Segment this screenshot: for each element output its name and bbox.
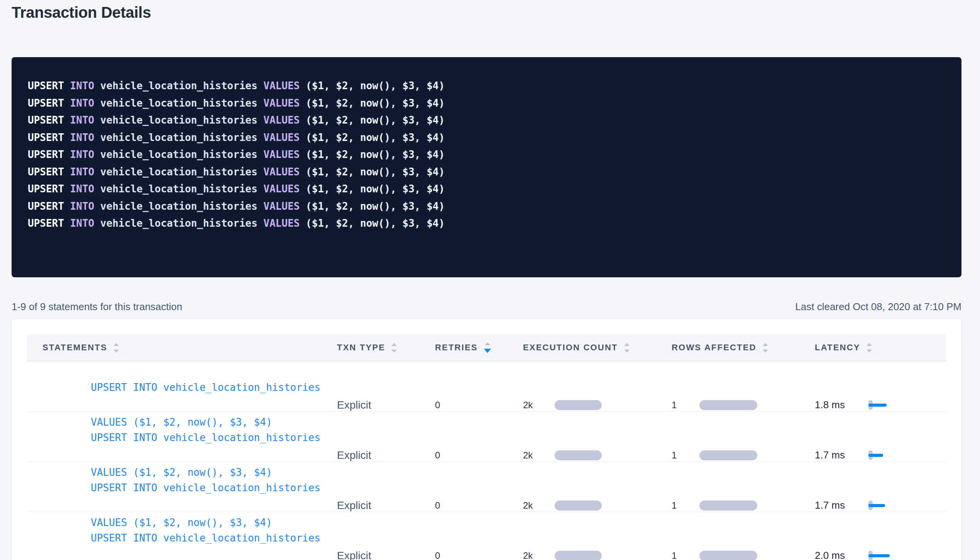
sort-desc-icon (484, 349, 491, 353)
column-header-label: Statements (42, 343, 107, 353)
sql-statements-box: UPSERT INTO vehicle_location_histories V… (12, 57, 961, 277)
latency-chart (868, 501, 946, 511)
table-row: UPSERT INTO vehicle_location_histories V… (27, 462, 946, 512)
sort-desc-icon (391, 350, 397, 353)
rows-affected-bar (699, 450, 757, 460)
sort-desc-icon (113, 350, 119, 353)
sort-asc-icon (624, 343, 630, 346)
latency-chart (868, 551, 946, 560)
sql-statement-line: UPSERT INTO vehicle_location_histories V… (28, 77, 945, 95)
retries-cell: 0 (430, 500, 519, 511)
rows-affected-value: 1 (672, 550, 699, 560)
sort-icon[interactable] (763, 343, 768, 353)
txn-type-cell: Explicit (332, 449, 430, 462)
execution-count-cell: 2k (519, 550, 668, 560)
latency-bar (868, 454, 883, 457)
sort-asc-icon (867, 343, 872, 346)
sql-statement-line: UPSERT INTO vehicle_location_histories V… (28, 112, 945, 129)
sql-statement-line: UPSERT INTO vehicle_location_histories V… (28, 163, 945, 181)
table-body: UPSERT INTO vehicle_location_histories V… (27, 361, 946, 560)
sort-desc-icon (624, 350, 630, 353)
statements-count-text: 1-9 of 9 statements for this transaction (12, 301, 182, 313)
sql-statement-line: UPSERT INTO vehicle_location_histories V… (28, 180, 945, 198)
column-header-rows-affected[interactable]: Rows Affected (668, 343, 811, 353)
latency-cell: 1.7 ms (811, 449, 946, 461)
execution-count-bar (555, 450, 602, 460)
sort-desc-icon (867, 350, 872, 353)
sort-asc-icon (391, 343, 397, 346)
latency-bar (868, 554, 890, 557)
rows-affected-bar (699, 501, 757, 511)
column-header-label: Retries (435, 343, 478, 353)
statement-cell: UPSERT INTO vehicle_location_histories V… (27, 512, 332, 560)
latency-chart (868, 450, 946, 460)
execution-count-cell: 2k (519, 450, 668, 461)
execution-count-bar (555, 501, 602, 511)
sort-asc-icon (763, 343, 768, 346)
latency-value: 1.7 ms (815, 499, 868, 511)
column-header-label: Txn Type (337, 343, 385, 353)
execution-count-cell: 2k (519, 500, 668, 511)
rows-affected-bar (699, 551, 757, 560)
rows-affected-value: 1 (672, 500, 699, 511)
rows-affected-cell: 1 (668, 400, 811, 411)
sql-statement-line: UPSERT INTO vehicle_location_histories V… (28, 129, 945, 146)
summary-bar: 1-9 of 9 statements for this transaction… (12, 298, 961, 315)
last-cleared-text: Last cleared Oct 08, 2020 at 7:10 PM (795, 301, 961, 313)
rows-affected-cell: 1 (668, 450, 811, 461)
latency-value: 2.0 ms (815, 550, 868, 560)
retries-cell: 0 (430, 550, 519, 560)
rows-affected-value: 1 (672, 400, 699, 411)
latency-chart (868, 400, 946, 410)
column-header-latency[interactable]: Latency (811, 343, 946, 353)
retries-cell: 0 (430, 450, 519, 461)
txn-type-cell: Explicit (332, 499, 430, 512)
column-header-label: Rows Affected (672, 343, 757, 353)
sql-statement-line: UPSERT INTO vehicle_location_histories V… (28, 198, 945, 215)
sql-statement-line: UPSERT INTO vehicle_location_histories V… (28, 146, 945, 163)
column-header-txn-type[interactable]: Txn Type (332, 343, 430, 353)
latency-cell: 1.7 ms (811, 499, 946, 511)
statement-link[interactable]: UPSERT INTO vehicle_location_histories V… (42, 512, 332, 560)
column-header-label: Execution Count (523, 343, 618, 353)
execution-count-bar (555, 400, 602, 410)
rows-affected-cell: 1 (668, 550, 811, 560)
execution-count-value: 2k (523, 500, 555, 511)
latency-cell: 2.0 ms (811, 550, 946, 560)
sort-icon[interactable] (624, 343, 630, 353)
sort-asc-icon (113, 343, 119, 346)
column-header-retries[interactable]: Retries (430, 342, 519, 353)
latency-cell: 1.8 ms (811, 399, 946, 411)
txn-type-cell: Explicit (332, 550, 430, 560)
latency-bar (868, 404, 887, 407)
latency-value: 1.8 ms (815, 399, 868, 411)
latency-value: 1.7 ms (815, 449, 868, 461)
sort-icon[interactable] (391, 343, 397, 353)
statements-table-card: Statements Txn Type Retries Execution Co… (12, 319, 961, 560)
execution-count-value: 2k (523, 550, 555, 560)
rows-affected-bar (699, 400, 757, 410)
table-row: UPSERT INTO vehicle_location_histories V… (27, 361, 946, 412)
column-header-execution-count[interactable]: Execution Count (519, 343, 668, 353)
execution-count-cell: 2k (519, 400, 668, 411)
execution-count-bar (555, 551, 602, 560)
column-header-label: Latency (815, 343, 860, 353)
sql-statement-line: UPSERT INTO vehicle_location_histories V… (28, 95, 945, 112)
sql-statement-line: UPSERT INTO vehicle_location_histories V… (28, 215, 945, 232)
column-header-statements[interactable]: Statements (27, 343, 332, 353)
retries-cell: 0 (430, 400, 519, 411)
sort-asc-icon (485, 342, 490, 345)
sort-icon[interactable] (484, 342, 491, 353)
sort-icon[interactable] (867, 343, 872, 353)
execution-count-value: 2k (523, 400, 555, 411)
execution-count-value: 2k (523, 450, 555, 461)
rows-affected-cell: 1 (668, 500, 811, 511)
table-header-row: Statements Txn Type Retries Execution Co… (27, 334, 946, 361)
txn-type-cell: Explicit (332, 399, 430, 411)
sort-desc-icon (763, 350, 768, 353)
table-row: UPSERT INTO vehicle_location_histories V… (27, 412, 946, 462)
sort-icon[interactable] (113, 343, 119, 353)
latency-bar (868, 504, 885, 507)
rows-affected-value: 1 (672, 450, 699, 461)
sql-code-lines: UPSERT INTO vehicle_location_histories V… (28, 77, 945, 232)
